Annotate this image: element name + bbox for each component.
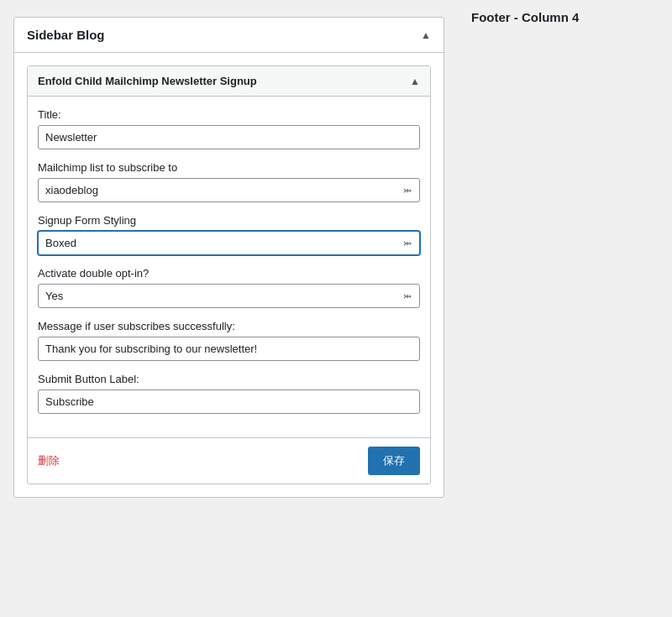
optin-select-wrapper: Yes No ⤔	[38, 284, 420, 308]
widget-collapse-icon: ▲	[421, 29, 431, 41]
widget-footer: 删除 保存	[28, 437, 430, 484]
styling-select-wrapper: Boxed Inline Plain ⤔	[38, 231, 420, 255]
mailchimp-field-group: Mailchimp list to subscribe to xiaodeblo…	[38, 161, 420, 202]
mailchimp-select[interactable]: xiaodeblog	[38, 178, 420, 202]
styling-field-group: Signup Form Styling Boxed Inline Plain ⤔	[38, 214, 420, 255]
message-input[interactable]	[38, 337, 420, 361]
submit-input[interactable]	[38, 390, 420, 414]
widget-header[interactable]: Sidebar Blog ▲	[14, 18, 444, 53]
styling-label: Signup Form Styling	[38, 214, 420, 227]
right-panel: Footer - Column 4	[458, 0, 672, 617]
message-label: Message if user subscribes successfully:	[38, 320, 420, 332]
submit-field-group: Submit Button Label:	[38, 373, 420, 414]
title-field-group: Title:	[38, 108, 420, 149]
submit-label: Submit Button Label:	[38, 373, 420, 385]
mailchimp-label: Mailchimp list to subscribe to	[38, 161, 420, 174]
title-label: Title:	[38, 108, 420, 121]
widget-box: Sidebar Blog ▲ Enfold Child Mailchimp Ne…	[13, 17, 444, 498]
save-button[interactable]: 保存	[368, 447, 420, 475]
styling-select[interactable]: Boxed Inline Plain	[38, 231, 420, 255]
widget-title: Sidebar Blog	[27, 28, 105, 42]
title-input[interactable]	[38, 125, 420, 149]
inner-widget-title: Enfold Child Mailchimp Newsletter Signup	[38, 75, 257, 87]
optin-label: Activate double opt-in?	[38, 267, 420, 280]
inner-widget-collapse-icon: ▲	[410, 76, 420, 87]
right-panel-title: Footer - Column 4	[471, 10, 659, 24]
delete-link[interactable]: 删除	[38, 453, 60, 468]
inner-widget: Enfold Child Mailchimp Newsletter Signup…	[27, 65, 431, 484]
optin-select[interactable]: Yes No	[38, 284, 420, 308]
inner-widget-header[interactable]: Enfold Child Mailchimp Newsletter Signup…	[28, 66, 430, 97]
message-field-group: Message if user subscribes successfully:	[38, 320, 420, 361]
mailchimp-select-wrapper: xiaodeblog ⤔	[38, 178, 420, 202]
inner-widget-body: Title: Mailchimp list to subscribe to xi…	[28, 97, 430, 437]
left-panel: Sidebar Blog ▲ Enfold Child Mailchimp Ne…	[0, 0, 458, 617]
optin-field-group: Activate double opt-in? Yes No ⤔	[38, 267, 420, 308]
